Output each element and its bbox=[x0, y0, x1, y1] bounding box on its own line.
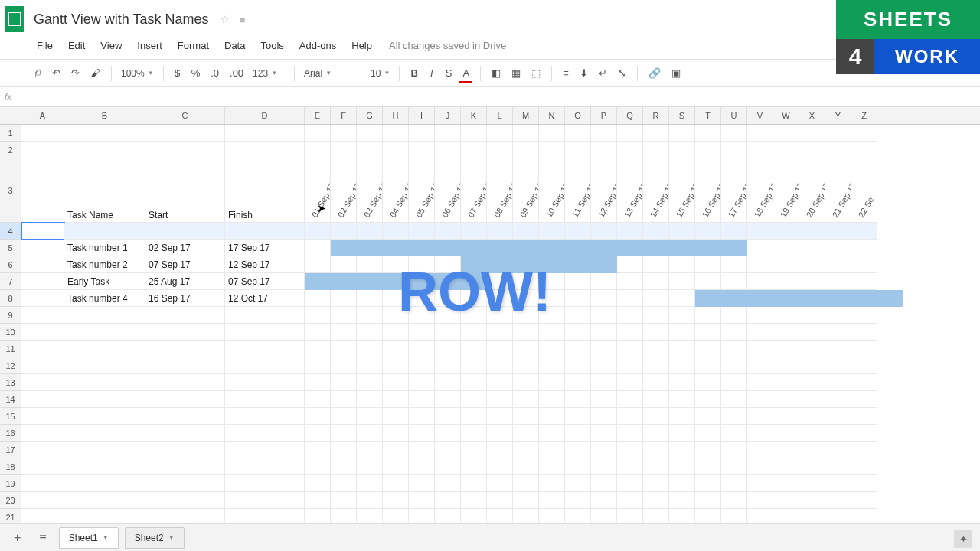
cell-Z3[interactable]: 22 Se bbox=[851, 158, 877, 223]
cell-J9[interactable] bbox=[435, 307, 461, 324]
cell-L9[interactable] bbox=[487, 307, 513, 324]
cell-H9[interactable] bbox=[383, 307, 409, 324]
cell-L11[interactable] bbox=[487, 341, 513, 357]
cell-V16[interactable] bbox=[747, 425, 773, 442]
cell-L19[interactable] bbox=[487, 475, 513, 492]
cell-E2[interactable] bbox=[305, 142, 331, 158]
cell-A19[interactable] bbox=[21, 475, 64, 492]
cell-Q16[interactable] bbox=[617, 425, 643, 442]
cell-N14[interactable] bbox=[539, 391, 565, 408]
cell-R1[interactable] bbox=[643, 125, 669, 142]
cell-H17[interactable] bbox=[383, 442, 409, 458]
cell-E1[interactable] bbox=[305, 125, 331, 142]
cell-C8[interactable]: 16 Sep 17 bbox=[145, 290, 225, 307]
menu-help[interactable]: Help bbox=[345, 37, 378, 54]
cell-B2[interactable] bbox=[64, 142, 145, 158]
all-sheets-icon[interactable]: ≡ bbox=[33, 528, 52, 548]
cell-Y18[interactable] bbox=[825, 458, 851, 475]
cell-I15[interactable] bbox=[409, 408, 435, 425]
cell-O16[interactable] bbox=[565, 425, 591, 442]
cell-E12[interactable] bbox=[305, 357, 331, 374]
cell-W18[interactable] bbox=[773, 458, 799, 475]
cell-D5[interactable]: 17 Sep 17 bbox=[225, 240, 305, 256]
cell-I16[interactable] bbox=[409, 425, 435, 442]
cell-Y20[interactable] bbox=[825, 492, 851, 509]
add-sheet-icon[interactable]: + bbox=[8, 528, 27, 548]
cell-O4[interactable] bbox=[565, 223, 591, 240]
cell-E3[interactable]: 01 Sep 17 bbox=[305, 158, 331, 223]
cell-B19[interactable] bbox=[64, 475, 145, 492]
cell-M8[interactable] bbox=[513, 290, 539, 307]
cell-I8[interactable] bbox=[409, 290, 435, 307]
cell-A1[interactable] bbox=[21, 125, 64, 142]
cell-T18[interactable] bbox=[695, 458, 721, 475]
cell-A9[interactable] bbox=[21, 307, 64, 324]
cell-Y3[interactable]: 21 Sep 17 bbox=[825, 158, 851, 223]
cell-B4[interactable] bbox=[64, 223, 145, 240]
cell-Z10[interactable] bbox=[851, 324, 877, 341]
cell-X17[interactable] bbox=[799, 442, 825, 458]
cell-X2[interactable] bbox=[799, 142, 825, 158]
cell-I12[interactable] bbox=[409, 357, 435, 374]
insert-comment-icon[interactable]: ▣ bbox=[667, 64, 685, 82]
cell-H1[interactable] bbox=[383, 125, 409, 142]
cell-F2[interactable] bbox=[331, 142, 357, 158]
print-icon[interactable]: ⎙ bbox=[31, 64, 46, 82]
menu-insert[interactable]: Insert bbox=[131, 37, 168, 54]
cell-F9[interactable] bbox=[331, 307, 357, 324]
cell-M19[interactable] bbox=[513, 475, 539, 492]
cell-T7[interactable] bbox=[695, 273, 721, 290]
cell-I3[interactable]: 05 Sep 17 bbox=[409, 158, 435, 223]
cell-Z19[interactable] bbox=[851, 475, 877, 492]
cell-H19[interactable] bbox=[383, 475, 409, 492]
cell-M3[interactable]: 09 Sep 17 bbox=[513, 158, 539, 223]
menu-tools[interactable]: Tools bbox=[254, 37, 289, 54]
cell-O14[interactable] bbox=[565, 391, 591, 408]
cell-U13[interactable] bbox=[721, 374, 747, 391]
cell-N15[interactable] bbox=[539, 408, 565, 425]
cell-R19[interactable] bbox=[643, 475, 669, 492]
cell-U11[interactable] bbox=[721, 341, 747, 357]
cell-E4[interactable] bbox=[305, 223, 331, 240]
cell-J6[interactable] bbox=[435, 256, 461, 273]
explore-icon[interactable]: ✦ bbox=[954, 530, 972, 548]
sheet-tab-2[interactable]: Sheet2▼ bbox=[125, 527, 185, 549]
cell-K11[interactable] bbox=[461, 341, 487, 357]
cell-H13[interactable] bbox=[383, 374, 409, 391]
cell-J12[interactable] bbox=[435, 357, 461, 374]
cell-R18[interactable] bbox=[643, 458, 669, 475]
cell-T14[interactable] bbox=[695, 391, 721, 408]
cell-P2[interactable] bbox=[591, 142, 617, 158]
cell-M15[interactable] bbox=[513, 408, 539, 425]
cell-G4[interactable] bbox=[357, 223, 383, 240]
cell-A16[interactable] bbox=[21, 425, 64, 442]
cell-W10[interactable] bbox=[773, 324, 799, 341]
cell-E14[interactable] bbox=[305, 391, 331, 408]
cell-D6[interactable]: 12 Sep 17 bbox=[225, 256, 305, 273]
cell-U10[interactable] bbox=[721, 324, 747, 341]
sheets-logo-icon[interactable] bbox=[5, 6, 24, 32]
cell-P15[interactable] bbox=[591, 408, 617, 425]
cell-E20[interactable] bbox=[305, 492, 331, 509]
font-size-select[interactable]: 10▼ bbox=[368, 67, 393, 80]
cell-M11[interactable] bbox=[513, 341, 539, 357]
cell-E19[interactable] bbox=[305, 475, 331, 492]
cell-V5[interactable] bbox=[747, 240, 773, 256]
cell-C9[interactable] bbox=[145, 307, 225, 324]
cell-G16[interactable] bbox=[357, 425, 383, 442]
cell-N12[interactable] bbox=[539, 357, 565, 374]
cell-F6[interactable] bbox=[331, 256, 357, 273]
cell-Y7[interactable] bbox=[825, 273, 851, 290]
cell-V13[interactable] bbox=[747, 374, 773, 391]
cell-B20[interactable] bbox=[64, 492, 145, 509]
cell-K12[interactable] bbox=[461, 357, 487, 374]
folder-icon[interactable]: ■ bbox=[239, 14, 245, 25]
cell-T20[interactable] bbox=[695, 492, 721, 509]
cell-Z12[interactable] bbox=[851, 357, 877, 374]
cell-U7[interactable] bbox=[721, 273, 747, 290]
cell-K3[interactable]: 07 Sep 17 bbox=[461, 158, 487, 223]
cell-Q11[interactable] bbox=[617, 341, 643, 357]
cell-N2[interactable] bbox=[539, 142, 565, 158]
cell-K15[interactable] bbox=[461, 408, 487, 425]
cell-F19[interactable] bbox=[331, 475, 357, 492]
